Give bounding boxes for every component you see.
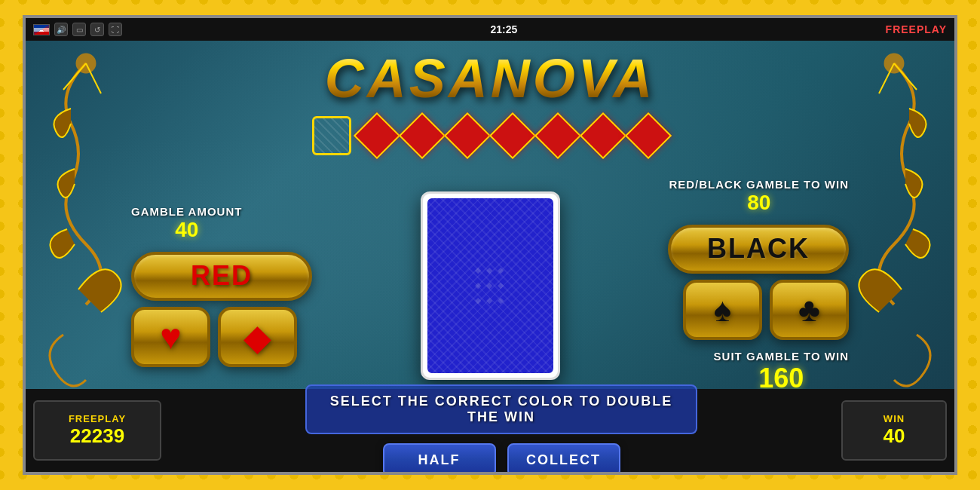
left-section: GAMBLE AMOUNT 40 RED ♥ ◆ xyxy=(131,205,312,367)
history-card-6 xyxy=(583,116,623,155)
history-card-3 xyxy=(448,116,487,155)
diamond-icon-3 xyxy=(444,112,491,159)
diamond-icon-7 xyxy=(625,112,672,159)
gamble-amount-value: 40 xyxy=(131,218,242,242)
diamond-icon-4 xyxy=(489,112,536,159)
game-container: 🔊 ▭ ↺ ⛶ 21:25 FREEPLAY xyxy=(23,15,957,475)
flag-icon xyxy=(33,24,50,35)
history-card-5 xyxy=(538,116,577,155)
heart-icon: ♥ xyxy=(160,316,182,357)
message-line1: SELECT THE CORRECT COLOR TO DOUBLE xyxy=(330,394,673,409)
collect-button[interactable]: COLLECT xyxy=(507,443,620,475)
diamond-icon-5 xyxy=(534,112,581,159)
red-black-info: RED/BLACK GAMBLE TO WIN 80 xyxy=(669,178,849,215)
top-bar: 🔊 ▭ ↺ ⛶ 21:25 FREEPLAY xyxy=(26,18,954,41)
title-area: CASANOVA xyxy=(26,41,954,116)
suit-buttons-left: ♥ ◆ xyxy=(131,307,297,367)
win-label: WIN xyxy=(884,413,905,424)
diamond-button[interactable]: ◆ xyxy=(218,307,297,367)
red-black-label: RED/BLACK GAMBLE TO WIN xyxy=(669,178,849,191)
gamble-amount-label: GAMBLE AMOUNT xyxy=(131,205,242,218)
half-button[interactable]: HALF xyxy=(383,443,496,475)
history-card-1 xyxy=(357,116,397,155)
club-button[interactable]: ♣ xyxy=(770,280,849,340)
win-display: WIN 40 xyxy=(841,400,947,461)
bottom-bar: FREEPLAY 22239 SELECT THE CORRECT COLOR … xyxy=(26,389,954,472)
expand-icon[interactable]: ⛶ xyxy=(109,23,122,36)
bottom-message-area: SELECT THE CORRECT COLOR TO DOUBLE THE W… xyxy=(161,384,841,475)
right-section: RED/BLACK GAMBLE TO WIN 80 BLACK ♠ ♣ SUI… xyxy=(668,178,849,394)
time-display: 21:25 xyxy=(490,23,517,35)
freeplay-label: FREEPLAY xyxy=(69,413,126,424)
center-card-inner: ◆ ◆ ◆◆ ◆ ◆◆ ◆ ◆ xyxy=(424,195,556,376)
card-history xyxy=(26,116,954,155)
spade-icon: ♠ xyxy=(714,291,731,329)
outer-border: 🔊 ▭ ↺ ⛶ 21:25 FREEPLAY xyxy=(0,0,980,490)
red-button[interactable]: RED xyxy=(131,252,312,301)
red-button-label: RED xyxy=(191,260,253,292)
diamond-icon-6 xyxy=(580,112,626,159)
sound-icon[interactable]: 🔊 xyxy=(54,23,68,36)
spade-button[interactable]: ♠ xyxy=(683,280,762,340)
main-area: GAMBLE AMOUNT 40 RED ♥ ◆ xyxy=(131,165,849,406)
refresh-icon[interactable]: ↺ xyxy=(90,23,104,36)
suit-buttons-right: ♠ ♣ xyxy=(683,280,849,340)
history-card-7 xyxy=(629,116,668,155)
gamble-info: GAMBLE AMOUNT 40 xyxy=(131,205,242,242)
history-card-back xyxy=(312,116,351,155)
diamond-icon-2 xyxy=(399,112,446,159)
black-button-label: BLACK xyxy=(707,233,810,265)
message-line2: THE WIN xyxy=(467,409,535,425)
diamond-icon-1 xyxy=(354,112,400,159)
diamond-icon: ◆ xyxy=(243,316,271,358)
black-button[interactable]: BLACK xyxy=(668,225,849,274)
suit-gamble-label: SUIT GAMBLE TO WIN xyxy=(714,350,849,363)
center-card: ◆ ◆ ◆◆ ◆ ◆◆ ◆ ◆ xyxy=(421,191,560,380)
freeplay-display: FREEPLAY 22239 xyxy=(33,400,161,461)
win-value: 40 xyxy=(884,424,905,448)
club-icon: ♣ xyxy=(798,291,820,329)
mode-display: FREEPLAY xyxy=(886,23,947,35)
red-black-value: 80 xyxy=(669,191,849,215)
game-title: CASANOVA xyxy=(325,47,656,109)
top-bar-left: 🔊 ▭ ↺ ⛶ xyxy=(33,23,122,36)
bottom-buttons: HALF COLLECT xyxy=(383,443,620,475)
menu-icon[interactable]: ▭ xyxy=(72,23,86,36)
history-card-4 xyxy=(493,116,532,155)
card-watermark: ◆ ◆ ◆◆ ◆ ◆◆ ◆ ◆ xyxy=(475,263,505,308)
history-card-2 xyxy=(403,116,442,155)
freeplay-value: 22239 xyxy=(70,424,124,448)
heart-button[interactable]: ♥ xyxy=(131,307,210,367)
